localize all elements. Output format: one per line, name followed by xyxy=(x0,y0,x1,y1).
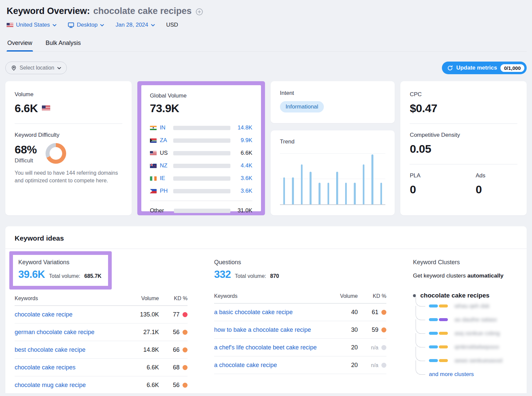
keyword-link[interactable]: best chocolate cake recipe xyxy=(15,345,85,354)
metrics-cards-row: Volume 6.6K Keyword Difficulty 68% Diffi… xyxy=(5,81,527,215)
volume-cell: 27.1K xyxy=(129,323,159,341)
kd-level-dot xyxy=(183,330,188,335)
country-volume-value: 9.9K xyxy=(230,137,252,144)
total-volume-label: Total volume: xyxy=(49,273,80,279)
keyword-link[interactable]: how to bake a chocolate cake recipe xyxy=(214,325,311,334)
cluster-item-label: aews senkuesaxxd xyxy=(455,357,502,364)
questions-title: Questions xyxy=(214,259,386,266)
intent-badge[interactable]: Informational xyxy=(280,101,324,112)
keyword-difficulty-value: 68% xyxy=(15,143,37,156)
divider xyxy=(15,123,122,124)
kd-value: 61 xyxy=(372,309,378,316)
questions-table: Keywords Volume KD % a basic chocolate c… xyxy=(214,291,386,374)
toolbar: Select location Update metrics 0/1,000 xyxy=(5,62,527,74)
cpc-card: CPC $0.47 Competitive Density 0.05 PLA 0… xyxy=(400,81,527,215)
pla-value: 0 xyxy=(410,183,475,196)
keyword-link[interactable]: chocolate cake recipe xyxy=(15,310,72,319)
update-metrics-button[interactable]: Update metrics 0/1,000 xyxy=(442,62,527,74)
page-title-prefix: Keyword Overview: xyxy=(7,6,90,16)
date-dropdown[interactable]: Jan 28, 2024 xyxy=(115,22,155,28)
device-dropdown[interactable]: Desktop xyxy=(68,22,104,28)
column-header-keywords: Keywords xyxy=(15,294,129,306)
trend-bar xyxy=(283,177,285,204)
page-title-keyword: chocolate cake recipes xyxy=(93,6,192,16)
cluster-more-row: and more clusters xyxy=(429,367,517,381)
location-dropdown[interactable]: United States xyxy=(7,22,57,28)
difficulty-description: You will need to have 144 referring doma… xyxy=(15,169,122,184)
keyword-difficulty-sublabel: Difficult xyxy=(15,157,37,164)
cluster-pill-icon xyxy=(429,304,448,307)
keyword-link[interactable]: german chocolate cake recipe xyxy=(15,328,94,336)
country-code-link[interactable]: PH xyxy=(160,188,173,194)
volume-bar-track xyxy=(173,126,230,130)
country-code-link[interactable]: ZA xyxy=(160,137,173,144)
select-location-label: Select location xyxy=(20,65,54,71)
trend-bar xyxy=(310,172,312,204)
kd-level-dot xyxy=(183,312,188,317)
add-keyword-icon[interactable] xyxy=(196,8,203,16)
cluster-pill-icon xyxy=(429,359,448,362)
volume-bar-track xyxy=(173,164,230,168)
country-code-link[interactable]: IN xyxy=(160,124,173,131)
volume-cell: 20 xyxy=(328,339,358,356)
intent-label: Intent xyxy=(280,90,386,97)
update-metrics-label: Update metrics xyxy=(456,65,497,71)
trend-bar xyxy=(319,183,321,204)
country-volume-value: 6.6K xyxy=(230,150,252,156)
keyword-link[interactable]: a basic chocolate cake recipe xyxy=(214,308,293,316)
tab-overview[interactable]: Overview xyxy=(7,38,33,51)
trend-chart xyxy=(280,152,386,205)
volume-bar-track xyxy=(174,209,230,213)
cluster-item: qmknxklwlwqxsxx xyxy=(429,340,517,354)
trend-bar xyxy=(345,183,347,204)
total-volume-value: 685.7K xyxy=(84,273,102,279)
column-header-kd: KD % xyxy=(358,291,386,303)
keyword-link[interactable]: a chocolate cake recipe xyxy=(214,361,277,369)
kd-value: 59 xyxy=(372,326,378,333)
country-code-link[interactable]: IE xyxy=(160,175,173,182)
divider xyxy=(410,164,517,164)
country-volume-row: NZ 4.4K xyxy=(150,159,252,172)
tab-bulk-analysis[interactable]: Bulk Analysis xyxy=(45,38,81,51)
kd-level-dot xyxy=(381,345,386,350)
desktop-icon xyxy=(68,22,74,28)
global-volume-value: 73.9K xyxy=(150,102,252,115)
volume-cell: 20 xyxy=(328,356,358,374)
cluster-pill-icon xyxy=(429,318,448,321)
country-volume-row: US 6.6K xyxy=(150,147,252,159)
keyword-variations-count: 39.6K xyxy=(18,269,45,281)
global-volume-card: Global Volume 73.9K IN 14.8K ZA 9.9K xyxy=(141,85,261,211)
cluster-item: aews senkuesaxxd xyxy=(429,354,517,367)
keyword-link[interactable]: chocolate cake recipes xyxy=(15,363,75,372)
ads-label: Ads xyxy=(475,172,485,179)
column-header-kd: KD % xyxy=(159,294,188,306)
country-volume-row: PH 3.6K xyxy=(150,185,252,197)
trend-label: Trend xyxy=(280,138,386,145)
trend-bars xyxy=(280,152,386,204)
keyword-variations-title: Keyword Variations xyxy=(18,259,103,266)
keyword-link[interactable]: a chef's life chocolate beet cake recipe xyxy=(214,343,317,352)
difficulty-donut-chart xyxy=(46,143,66,164)
table-row: chocolate mug cake recipe 6.6K 56 xyxy=(15,376,188,393)
volume-bar-track xyxy=(173,151,230,155)
update-metrics-count-badge: 0/1,000 xyxy=(500,64,524,72)
kd-value: 56 xyxy=(173,382,180,389)
volume-cell: 6.6K xyxy=(129,376,159,393)
country-code-link[interactable]: NZ xyxy=(160,162,173,169)
other-volume-row: Other 31.0K xyxy=(150,204,252,217)
keyword-overview-page: Keyword Overview: chocolate cake recipes… xyxy=(0,0,532,396)
table-row: german chocolate cake recipe 27.1K 56 xyxy=(15,323,188,341)
divider xyxy=(410,123,517,124)
chevron-down-icon xyxy=(151,24,155,27)
table-row: a basic chocolate cake recipe 40 61 xyxy=(214,303,386,321)
select-location-button[interactable]: Select location xyxy=(5,62,67,74)
more-clusters-link[interactable]: and more clusters xyxy=(429,371,474,378)
table-row: a chef's life chocolate beet cake recipe… xyxy=(214,339,386,356)
tab-bar: Overview Bulk Analysis xyxy=(5,38,527,52)
country-volume-row: ZA 9.9K xyxy=(150,134,252,147)
country-code-label: US xyxy=(160,150,173,156)
other-volume-value: 31.0K xyxy=(230,207,252,214)
cluster-parent-keyword: chocolate cake recipes xyxy=(420,292,489,299)
keyword-link[interactable]: chocolate mug cake recipe xyxy=(15,381,86,389)
volume-bar-track xyxy=(173,176,230,181)
